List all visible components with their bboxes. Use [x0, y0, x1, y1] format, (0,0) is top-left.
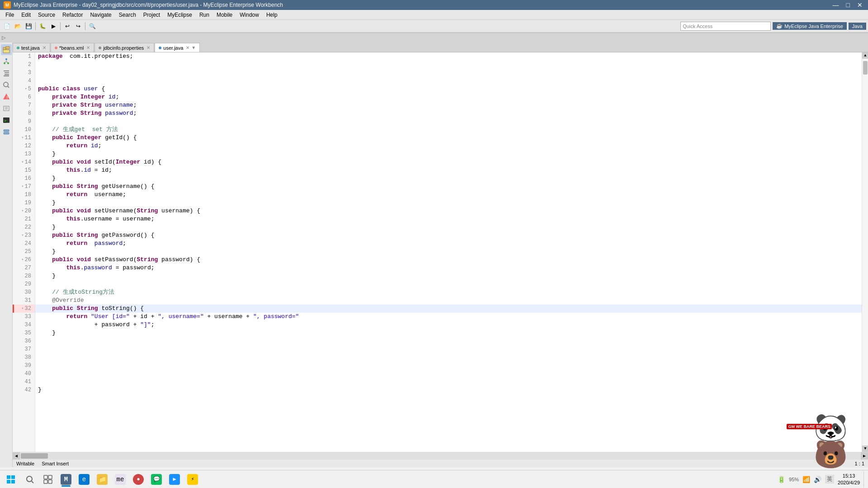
menu-file[interactable]: File [2, 11, 18, 19]
scroll-up-button[interactable]: ▲ [862, 52, 868, 59]
app5-icon: ● [133, 474, 144, 485]
svg-rect-9 [4, 70, 9, 71]
taskbar-app7[interactable]: ⚡ [184, 471, 201, 488]
svg-line-7 [5, 62, 6, 62]
tray-volume: 🔊 [814, 476, 821, 483]
code-line-11: public Integer getId() { [35, 134, 862, 142]
menu-mobile[interactable]: Mobile [213, 11, 236, 19]
scroll-track[interactable] [862, 59, 868, 446]
line-num-24: 24 [13, 239, 35, 248]
line-num-18: 18 [13, 191, 35, 199]
line-num-3: 3 [13, 69, 35, 77]
code-line-41 [35, 378, 862, 386]
toolbar-search[interactable]: 🔍 [87, 21, 97, 31]
svg-rect-26 [7, 480, 10, 483]
sidebar-outline[interactable] [1, 68, 12, 79]
menu-help[interactable]: Help [263, 11, 281, 19]
toolbar-open[interactable]: 📂 [13, 21, 23, 31]
code-editor[interactable]: 1 2 3 4 ▾5 6 7 8 9 10 ▾11 12 13 ▾14 15 1… [13, 52, 868, 452]
start-button[interactable] [2, 471, 20, 488]
horizontal-scrollbar[interactable]: ◀ ▶ [13, 452, 868, 459]
java-perspective[interactable]: Java [849, 23, 866, 30]
sidebar-package-explorer[interactable] [1, 44, 12, 55]
menu-search[interactable]: Search [115, 11, 140, 19]
menu-myeclipse[interactable]: MyEclipse [164, 11, 196, 19]
taskbar-app4[interactable]: me [112, 471, 128, 488]
svg-rect-32 [44, 480, 47, 483]
toolbar-debug[interactable]: 🐛 [38, 21, 47, 31]
taskbar-search-button[interactable] [22, 471, 38, 488]
quick-access-input[interactable]: Quick Access [680, 22, 771, 31]
menu-source[interactable]: Source [34, 11, 59, 19]
toolbar-undo[interactable]: ↩ [62, 21, 72, 31]
taskbar-explorer[interactable]: 📁 [94, 471, 110, 488]
taskbar-video[interactable]: ▶ [166, 471, 183, 488]
tab-close-jdbc[interactable]: ✕ [146, 45, 150, 50]
scroll-thumb[interactable] [863, 61, 868, 75]
sidebar-search[interactable] [1, 80, 12, 90]
line-num-39: 39 [13, 361, 35, 370]
svg-text:>_: >_ [4, 118, 9, 123]
sidebar-console[interactable]: >_ [1, 115, 12, 126]
myeclipse-perspective[interactable]: ☕ MyEclipse Java Enterprise [773, 22, 847, 30]
show-desktop[interactable] [863, 471, 866, 488]
toolbar-redo[interactable]: ↪ [73, 21, 83, 31]
menu-refactor[interactable]: Refactor [59, 11, 86, 19]
minimize-button[interactable]: — [831, 1, 841, 9]
clock-time: 15:13 [843, 473, 855, 479]
line-num-7: 7 [13, 101, 35, 109]
tab-beans-xml[interactable]: *beans.xml ✕ [51, 43, 94, 52]
vertical-scrollbar[interactable]: ▲ ▼ [862, 52, 868, 452]
title-bar-controls[interactable]: — □ ✕ [831, 1, 864, 9]
toolbar-right: Quick Access ☕ MyEclipse Java Enterprise… [680, 22, 866, 31]
code-line-33: return "User [id=" + id + ", username=" … [35, 313, 862, 321]
menu-edit[interactable]: Edit [18, 11, 34, 19]
maximize-button[interactable]: □ [844, 1, 852, 9]
menu-run[interactable]: Run [196, 11, 213, 19]
toolbar-save[interactable]: 💾 [24, 21, 33, 31]
toolbar-run[interactable]: ▶ [48, 21, 58, 31]
code-line-25: } [35, 248, 862, 256]
menu-navigate[interactable]: Navigate [86, 11, 115, 19]
sidebar-servers[interactable] [1, 127, 12, 137]
tab-close-beans[interactable]: ✕ [86, 45, 90, 50]
code-line-9 [35, 117, 862, 126]
myeclipse-perspective-icon: ☕ [776, 23, 783, 29]
h-scroll-track[interactable] [20, 452, 861, 460]
menu-bar: File Edit Source Refactor Navigate Searc… [0, 10, 868, 20]
sidebar-type-hierarchy[interactable] [1, 56, 12, 67]
tab-user-java[interactable]: user.java ✕ ▼ [155, 43, 200, 52]
code-line-19: } [35, 199, 862, 207]
h-scroll-thumb[interactable] [21, 453, 48, 459]
close-button[interactable]: ✕ [855, 1, 864, 9]
taskbar-edge[interactable]: e [76, 471, 92, 488]
scroll-left-button[interactable]: ◀ [13, 452, 20, 460]
sidebar-problems[interactable]: ! [1, 91, 12, 102]
tab-dot-beans [55, 47, 57, 49]
line-num-19: 19 [13, 199, 35, 207]
task-view-button[interactable] [40, 471, 56, 488]
tab-test-java[interactable]: test.java ✕ [13, 43, 50, 52]
code-content[interactable]: package com.it.properties; public class … [35, 52, 862, 452]
taskbar-app5[interactable]: ● [130, 471, 146, 488]
taskbar-myeclipse[interactable]: M [58, 471, 74, 488]
toolbar-new[interactable]: 📄 [2, 21, 12, 31]
menu-project[interactable]: Project [140, 11, 164, 19]
sidebar-tasks[interactable] [1, 103, 12, 114]
tab-label-beans: *beans.xml [59, 45, 84, 51]
line-num-35: 35 [13, 329, 35, 337]
svg-rect-12 [4, 75, 9, 76]
code-line-16: } [35, 174, 862, 183]
menu-window[interactable]: Window [236, 11, 263, 19]
code-line-7: private String username; [35, 101, 862, 109]
line-num-4: 4 [13, 77, 35, 85]
code-line-37 [35, 345, 862, 353]
tab-close-test[interactable]: ✕ [42, 45, 46, 50]
line-num-41: 41 [13, 378, 35, 386]
taskbar-wechat[interactable]: 💬 [148, 471, 165, 488]
tab-jdbcinfo[interactable]: jdbcinfo.properties ✕ [94, 43, 154, 52]
svg-line-14 [8, 86, 9, 88]
svg-rect-25 [11, 475, 15, 479]
svg-rect-1 [6, 47, 9, 49]
tab-close-user[interactable]: ✕ [186, 45, 189, 50]
